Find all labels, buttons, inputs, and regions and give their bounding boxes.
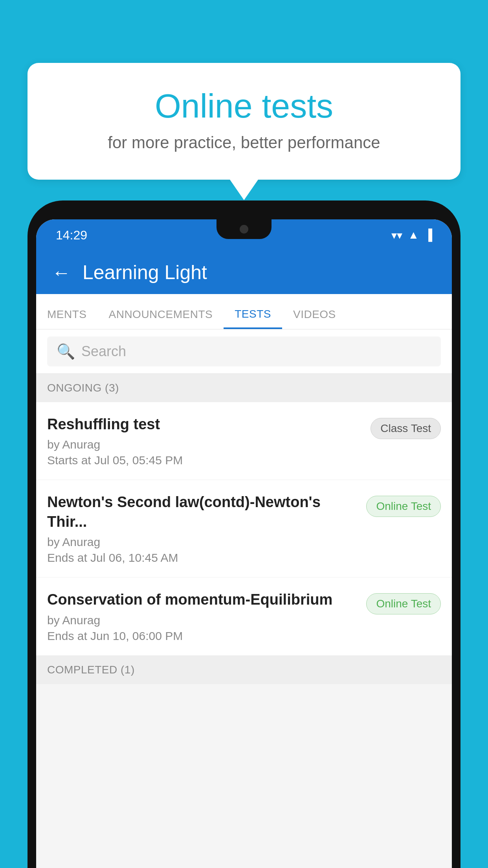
wifi-icon: ▾▾ [391,229,402,242]
tabs-bar: MENTS ANNOUNCEMENTS TESTS VIDEOS [36,294,452,329]
test-by: by Anurag [47,535,358,549]
test-info: Reshuffling test by Anurag Starts at Jul… [47,415,371,467]
status-time: 14:29 [56,228,87,243]
tab-videos[interactable]: VIDEOS [282,308,347,329]
phone-frame: 14:29 ▾▾ ▲ ▐ ← Learning Light MENTS ANNO… [28,200,460,868]
signal-icon: ▲ [408,229,419,241]
bubble-subtitle: for more practice, better performance [47,133,441,152]
test-by: by Anurag [47,614,358,627]
app-title: Learning Light [83,261,207,284]
test-time: Starts at Jul 05, 05:45 PM [47,454,363,467]
test-item[interactable]: Conservation of momentum-Equilibrium by … [36,577,452,655]
speech-bubble: Online tests for more practice, better p… [28,63,460,180]
time-label: Ends at [47,629,87,642]
test-badge-class: Class Test [371,418,441,439]
test-item[interactable]: Reshuffling test by Anurag Starts at Jul… [36,402,452,480]
ongoing-section-header: ONGOING (3) [36,374,452,402]
back-button[interactable]: ← [52,262,71,283]
time-label: Ends at [47,551,87,564]
test-item[interactable]: Newton's Second law(contd)-Newton's Thir… [36,480,452,577]
test-name: Reshuffling test [47,415,363,434]
time-value: Jun 10, 06:00 PM [90,629,183,642]
search-container: 🔍 Search [36,329,452,374]
test-time: Ends at Jul 06, 10:45 AM [47,551,358,565]
time-value: Jul 06, 10:45 AM [90,551,178,564]
test-name: Conservation of momentum-Equilibrium [47,590,358,609]
phone-content: 🔍 Search ONGOING (3) Reshuffling test by… [36,329,452,868]
test-badge-online: Online Test [366,496,441,517]
completed-section-header: COMPLETED (1) [36,656,452,684]
battery-icon: ▐ [424,229,432,241]
tab-tests[interactable]: TESTS [224,308,282,329]
test-time: Ends at Jun 10, 06:00 PM [47,629,358,643]
test-info: Newton's Second law(contd)-Newton's Thir… [47,493,366,565]
test-badge-online: Online Test [366,593,441,614]
search-placeholder: Search [81,343,126,360]
phone-inner: 14:29 ▾▾ ▲ ▐ ← Learning Light MENTS ANNO… [36,219,452,868]
notch [216,219,272,239]
test-info: Conservation of momentum-Equilibrium by … [47,590,366,642]
time-label: Starts at [47,454,91,467]
search-icon: 🔍 [57,343,75,360]
bubble-title: Online tests [47,86,441,125]
status-icons: ▾▾ ▲ ▐ [391,229,432,242]
test-by: by Anurag [47,438,363,451]
app-header: ← Learning Light [36,251,452,294]
test-name: Newton's Second law(contd)-Newton's Thir… [47,493,358,531]
status-bar: 14:29 ▾▾ ▲ ▐ [36,219,452,251]
search-box[interactable]: 🔍 Search [47,337,441,366]
notch-camera [240,225,248,234]
test-list: Reshuffling test by Anurag Starts at Jul… [36,402,452,656]
tab-ments[interactable]: MENTS [36,308,98,329]
tab-announcements[interactable]: ANNOUNCEMENTS [98,308,224,329]
time-value: Jul 05, 05:45 PM [94,454,183,467]
